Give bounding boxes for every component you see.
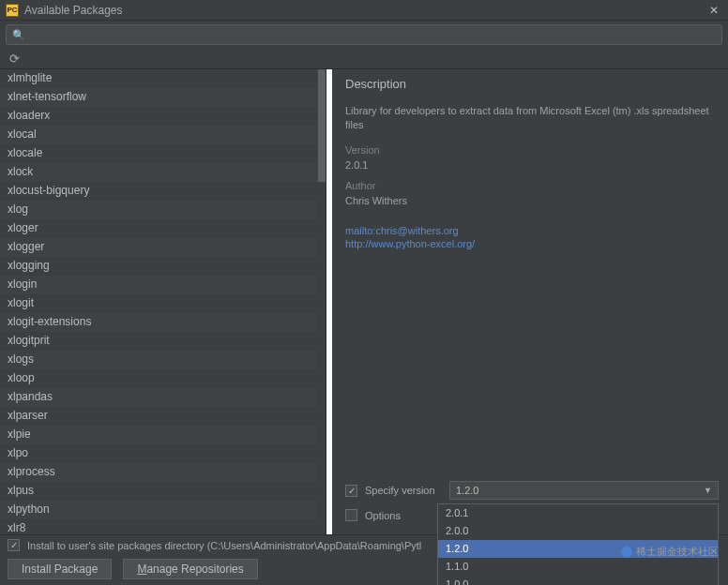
chevron-down-icon: ▼: [704, 486, 712, 495]
specify-version-checkbox[interactable]: [345, 485, 357, 497]
package-item[interactable]: xlogin: [0, 276, 326, 294]
version-option[interactable]: 2.0.0: [438, 522, 718, 540]
scrollbar-thumb[interactable]: [318, 69, 326, 182]
package-item[interactable]: xloaderx: [0, 107, 326, 126]
package-item[interactable]: xlogitprit: [0, 332, 326, 351]
search-icon: 🔍: [12, 29, 25, 41]
package-item[interactable]: xlparser: [0, 407, 326, 426]
package-item[interactable]: xlocust-bigquery: [0, 182, 326, 201]
link-website[interactable]: http://www.python-excel.org/: [345, 238, 715, 249]
package-item[interactable]: xlogs: [0, 351, 326, 369]
package-item[interactable]: xlpie: [0, 426, 326, 444]
close-icon[interactable]: ✕: [705, 2, 722, 19]
package-item[interactable]: xlmhglite: [0, 69, 326, 88]
search-input[interactable]: [29, 28, 716, 41]
package-item[interactable]: xlogit-extensions: [0, 313, 326, 332]
detail-heading: Description: [345, 77, 715, 91]
version-option[interactable]: 1.0.0: [438, 576, 718, 585]
author-label: Author: [345, 180, 715, 191]
detail-panel: Description Library for developers to ex…: [326, 69, 728, 534]
version-option[interactable]: 2.0.1: [438, 504, 718, 522]
install-user-site-label: Install to user's site packages director…: [27, 540, 421, 551]
package-item[interactable]: xlprocess: [0, 463, 326, 482]
package-item[interactable]: xlock: [0, 163, 326, 182]
package-item[interactable]: xlogging: [0, 257, 326, 276]
version-combobox-value: 1.2.0: [456, 485, 478, 496]
package-item[interactable]: xlpython: [0, 501, 326, 519]
scrollbar-track[interactable]: [318, 69, 326, 534]
watermark: 稀土掘金技术社区: [621, 545, 719, 559]
link-mailto[interactable]: mailto:chris@withers.org: [345, 225, 715, 236]
package-item[interactable]: xlog: [0, 201, 326, 219]
version-value: 2.0.1: [345, 159, 715, 171]
version-option[interactable]: 1.1.0: [438, 558, 718, 576]
package-item[interactable]: xlocale: [0, 144, 326, 163]
package-item[interactable]: xlocal: [0, 126, 326, 144]
install-user-site-checkbox[interactable]: [8, 539, 20, 551]
search-input-container[interactable]: 🔍: [6, 24, 722, 45]
install-package-button[interactable]: Install Package: [8, 559, 112, 579]
version-label: Version: [345, 144, 715, 156]
specify-version-row: Specify version 1.2.0 ▼: [345, 481, 719, 500]
package-item[interactable]: xlpandas: [0, 388, 326, 407]
watermark-logo-icon: [621, 547, 632, 558]
package-item[interactable]: xlr8: [0, 519, 326, 534]
package-item[interactable]: xlogger: [0, 238, 326, 257]
app-icon: PC: [6, 4, 19, 17]
author-value: Chris Withers: [345, 195, 715, 206]
package-item[interactable]: xlnet-tensorflow: [0, 88, 326, 107]
package-item[interactable]: xlpo: [0, 444, 326, 463]
specify-version-label: Specify version: [365, 485, 449, 496]
package-list[interactable]: xlmhglitexlnet-tensorflowxloaderxxlocalx…: [0, 69, 326, 534]
refresh-icon[interactable]: ⟳: [9, 52, 20, 66]
detail-description: Library for developers to extract data f…: [345, 104, 715, 133]
package-item[interactable]: xlpus: [0, 482, 326, 501]
options-checkbox[interactable]: [345, 509, 357, 521]
toolbar: ⟳: [0, 49, 728, 69]
window-title: Available Packages: [24, 4, 705, 17]
package-item[interactable]: xloger: [0, 219, 326, 238]
manage-repositories-button[interactable]: Manage Repositories: [123, 559, 257, 579]
titlebar: PC Available Packages ✕: [0, 0, 728, 21]
package-item[interactable]: xlogit: [0, 294, 326, 313]
package-item[interactable]: xloop: [0, 369, 326, 388]
version-combobox[interactable]: 1.2.0 ▼: [449, 481, 719, 500]
